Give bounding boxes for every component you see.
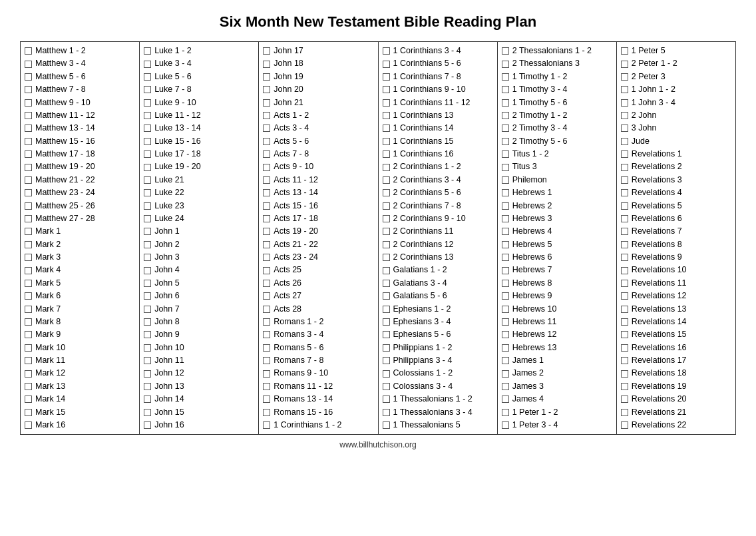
checkbox-icon[interactable]: [383, 292, 390, 300]
checkbox-icon[interactable]: [621, 267, 628, 274]
checkbox-icon[interactable]: [621, 344, 628, 352]
list-item[interactable]: Matthew 17 - 18: [25, 148, 135, 160]
checkbox-icon[interactable]: [383, 73, 390, 81]
checkbox-icon[interactable]: [621, 280, 628, 287]
checkbox-icon[interactable]: [25, 396, 32, 403]
list-item[interactable]: 1 Corinthians 11 - 12: [383, 97, 493, 109]
checkbox-icon[interactable]: [383, 357, 390, 364]
checkbox-icon[interactable]: [621, 138, 628, 145]
list-item[interactable]: John 16: [144, 419, 254, 431]
list-item[interactable]: Luke 7 - 8: [144, 83, 254, 96]
checkbox-icon[interactable]: [621, 318, 628, 326]
checkbox-icon[interactable]: [144, 176, 151, 184]
checkbox-icon[interactable]: [263, 370, 270, 378]
list-item[interactable]: Matthew 9 - 10: [25, 97, 135, 109]
list-item[interactable]: Acts 3 - 4: [263, 122, 373, 134]
checkbox-icon[interactable]: [263, 357, 270, 364]
checkbox-icon[interactable]: [263, 189, 270, 196]
list-item[interactable]: Luke 23: [144, 200, 254, 212]
list-item[interactable]: Galatians 3 - 4: [383, 277, 493, 290]
checkbox-icon[interactable]: [25, 215, 32, 222]
list-item[interactable]: 1 Timothy 3 - 4: [502, 83, 612, 96]
checkbox-icon[interactable]: [25, 125, 32, 132]
list-item[interactable]: 1 Peter 1 - 2: [502, 406, 612, 419]
checkbox-icon[interactable]: [621, 112, 628, 119]
checkbox-icon[interactable]: [502, 421, 509, 429]
checkbox-icon[interactable]: [25, 86, 32, 93]
list-item[interactable]: Mark 15: [25, 406, 135, 419]
checkbox-icon[interactable]: [502, 344, 509, 352]
checkbox-icon[interactable]: [502, 112, 509, 119]
checkbox-icon[interactable]: [621, 73, 628, 81]
checkbox-icon[interactable]: [144, 254, 151, 261]
checkbox-icon[interactable]: [144, 344, 151, 352]
checkbox-icon[interactable]: [383, 86, 390, 93]
list-item[interactable]: James 4: [502, 393, 612, 405]
list-item[interactable]: James 1: [502, 354, 612, 367]
checkbox-icon[interactable]: [25, 331, 32, 338]
checkbox-icon[interactable]: [383, 99, 390, 107]
checkbox-icon[interactable]: [263, 280, 270, 287]
list-item[interactable]: Acts 5 - 6: [263, 135, 373, 148]
list-item[interactable]: James 2: [502, 367, 612, 380]
checkbox-icon[interactable]: [263, 73, 270, 81]
list-item[interactable]: 2 Corinthians 3 - 4: [383, 174, 493, 186]
checkbox-icon[interactable]: [621, 241, 628, 248]
checkbox-icon[interactable]: [144, 47, 151, 55]
checkbox-icon[interactable]: [621, 383, 628, 390]
list-item[interactable]: Philippians 1 - 2: [383, 342, 493, 354]
list-item[interactable]: John 12: [144, 367, 254, 380]
checkbox-icon[interactable]: [383, 112, 390, 119]
list-item[interactable]: 1 Peter 5: [621, 45, 731, 57]
list-item[interactable]: Revelations 17: [621, 354, 731, 367]
checkbox-icon[interactable]: [621, 215, 628, 222]
list-item[interactable]: Philippians 3 - 4: [383, 354, 493, 367]
list-item[interactable]: Acts 15 - 16: [263, 200, 373, 212]
list-item[interactable]: 1 John 1 - 2: [621, 83, 731, 96]
list-item[interactable]: John 20: [263, 83, 373, 96]
checkbox-icon[interactable]: [383, 47, 390, 55]
list-item[interactable]: John 15: [144, 406, 254, 419]
list-item[interactable]: Revelations 15: [621, 328, 731, 341]
list-item[interactable]: Revelations 14: [621, 316, 731, 328]
list-item[interactable]: Revelations 7: [621, 225, 731, 238]
list-item[interactable]: Acts 25: [263, 264, 373, 276]
list-item[interactable]: Revelations 8: [621, 238, 731, 251]
list-item[interactable]: John 4: [144, 264, 254, 276]
checkbox-icon[interactable]: [263, 99, 270, 107]
checkbox-icon[interactable]: [263, 61, 270, 68]
checkbox-icon[interactable]: [263, 254, 270, 261]
list-item[interactable]: Colossians 1 - 2: [383, 367, 493, 380]
list-item[interactable]: John 11: [144, 354, 254, 367]
checkbox-icon[interactable]: [25, 73, 32, 81]
list-item[interactable]: Matthew 3 - 4: [25, 57, 135, 70]
checkbox-icon[interactable]: [263, 86, 270, 93]
checkbox-icon[interactable]: [25, 99, 32, 107]
checkbox-icon[interactable]: [144, 228, 151, 235]
checkbox-icon[interactable]: [502, 306, 509, 313]
list-item[interactable]: Mark 7: [25, 303, 135, 316]
checkbox-icon[interactable]: [383, 125, 390, 132]
list-item[interactable]: John 18: [263, 57, 373, 70]
checkbox-icon[interactable]: [25, 306, 32, 313]
checkbox-icon[interactable]: [25, 47, 32, 55]
list-item[interactable]: Titus 3: [502, 160, 612, 173]
list-item[interactable]: Matthew 5 - 6: [25, 71, 135, 83]
checkbox-icon[interactable]: [263, 331, 270, 338]
checkbox-icon[interactable]: [383, 409, 390, 416]
list-item[interactable]: Hebrews 7: [502, 264, 612, 276]
list-item[interactable]: Mark 2: [25, 238, 135, 251]
list-item[interactable]: Matthew 27 - 28: [25, 212, 135, 225]
list-item[interactable]: 1 Corinthians 16: [383, 148, 493, 160]
checkbox-icon[interactable]: [263, 421, 270, 429]
checkbox-icon[interactable]: [621, 254, 628, 261]
list-item[interactable]: Acts 11 - 12: [263, 174, 373, 186]
list-item[interactable]: 3 John: [621, 122, 731, 134]
list-item[interactable]: Ephesians 1 - 2: [383, 303, 493, 316]
checkbox-icon[interactable]: [25, 383, 32, 390]
list-item[interactable]: 1 Timothy 1 - 2: [502, 71, 612, 83]
checkbox-icon[interactable]: [383, 61, 390, 68]
list-item[interactable]: 1 Corinthians 7 - 8: [383, 71, 493, 83]
list-item[interactable]: 1 Corinthians 14: [383, 122, 493, 134]
checkbox-icon[interactable]: [383, 280, 390, 287]
